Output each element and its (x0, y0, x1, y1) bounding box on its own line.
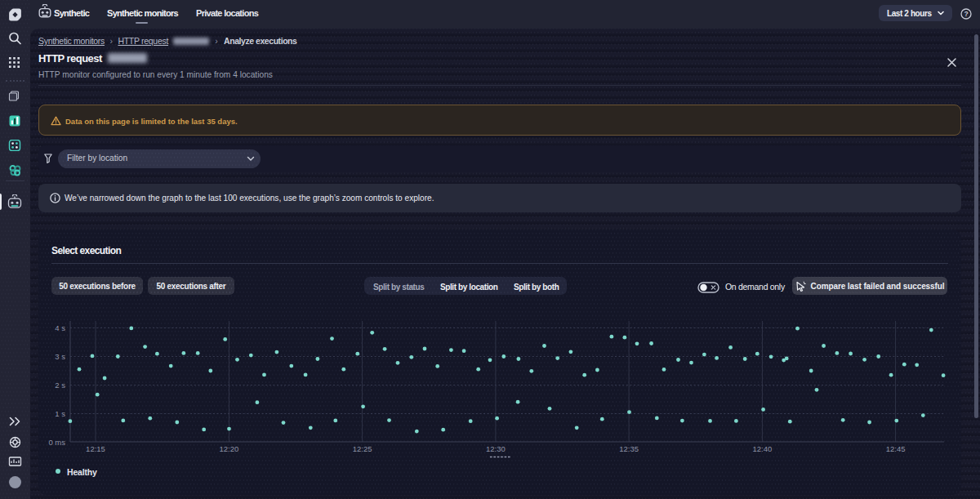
svg-text:2 s: 2 s (55, 381, 65, 390)
svg-text:12:40: 12:40 (753, 444, 773, 453)
svg-text:12:25: 12:25 (353, 444, 372, 453)
svg-text:12:30: 12:30 (486, 444, 506, 453)
svg-text:1 s: 1 s (55, 409, 65, 418)
svg-text:3 s: 3 s (55, 352, 65, 361)
svg-text:12:15: 12:15 (86, 444, 105, 453)
svg-text:?: ? (964, 10, 968, 18)
svg-text:12:35: 12:35 (619, 444, 639, 453)
svg-text:4 s: 4 s (55, 323, 65, 332)
svg-text:12:45: 12:45 (886, 444, 906, 453)
svg-text:12:20: 12:20 (220, 444, 239, 453)
svg-text:0 ms: 0 ms (48, 438, 65, 447)
